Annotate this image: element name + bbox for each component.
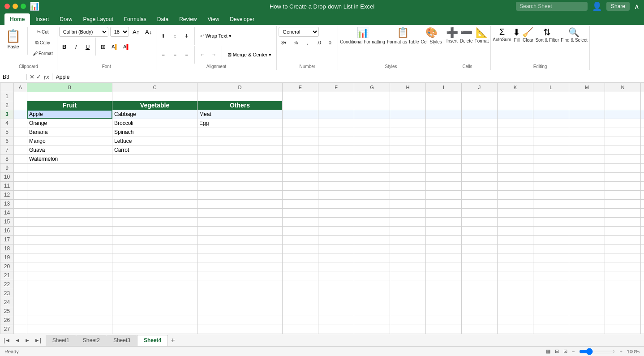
delete-cells-button[interactable]: Delete bbox=[460, 39, 473, 43]
cell-n12[interactable] bbox=[605, 190, 641, 199]
cell-o27[interactable] bbox=[641, 325, 644, 334]
cell-a1[interactable] bbox=[14, 92, 27, 101]
cell-o10[interactable] bbox=[641, 172, 644, 181]
cell-k12[interactable] bbox=[498, 190, 533, 199]
cell-o26[interactable] bbox=[641, 316, 644, 325]
cell-e6[interactable] bbox=[283, 137, 318, 146]
cell-j6[interactable] bbox=[462, 137, 498, 146]
cell-i6[interactable] bbox=[426, 137, 462, 146]
cell-o22[interactable] bbox=[641, 280, 644, 289]
cell-k15[interactable] bbox=[498, 217, 533, 226]
cell-b22[interactable] bbox=[27, 280, 112, 289]
conditional-format-button[interactable]: Conditional Formatting bbox=[340, 39, 385, 44]
find-select-button[interactable]: Find & Select bbox=[561, 38, 587, 43]
sheet-nav-first[interactable]: |◄ bbox=[2, 336, 12, 344]
cell-h18[interactable] bbox=[390, 244, 426, 253]
cell-j16[interactable] bbox=[462, 226, 498, 235]
cell-j4[interactable] bbox=[462, 119, 498, 128]
cell-d23[interactable] bbox=[197, 289, 283, 298]
cell-j10[interactable] bbox=[462, 172, 498, 181]
cell-k24[interactable] bbox=[498, 298, 533, 307]
cell-b7[interactable]: Guava bbox=[27, 146, 112, 154]
cell-i23[interactable] bbox=[426, 289, 462, 298]
cell-o2[interactable] bbox=[641, 101, 644, 110]
cell-h9[interactable] bbox=[390, 163, 426, 172]
cell-b1[interactable] bbox=[27, 92, 112, 101]
cell-d8[interactable] bbox=[197, 154, 283, 163]
cell-h24[interactable] bbox=[390, 298, 426, 307]
cell-i25[interactable] bbox=[426, 307, 462, 316]
cell-d24[interactable] bbox=[197, 298, 283, 307]
cell-k13[interactable] bbox=[498, 199, 533, 208]
cell-b14[interactable] bbox=[27, 208, 112, 217]
cell-n6[interactable] bbox=[605, 137, 641, 146]
cell-k18[interactable] bbox=[498, 244, 533, 253]
cell-l22[interactable] bbox=[533, 280, 569, 289]
cell-k4[interactable] bbox=[498, 119, 533, 128]
cell-f25[interactable] bbox=[318, 307, 354, 316]
tab-developer[interactable]: Developer bbox=[224, 13, 260, 25]
row-number-4[interactable]: 4 bbox=[0, 119, 14, 128]
cell-g8[interactable] bbox=[354, 154, 390, 163]
col-header-j[interactable]: J bbox=[462, 83, 498, 92]
font-color-button[interactable]: A▌ bbox=[121, 42, 132, 51]
cell-k10[interactable] bbox=[498, 172, 533, 181]
cell-k23[interactable] bbox=[498, 289, 533, 298]
cell-k26[interactable] bbox=[498, 316, 533, 325]
cell-d9[interactable] bbox=[197, 163, 283, 172]
sheet-nav-prev[interactable]: ◄ bbox=[13, 336, 22, 344]
col-header-d[interactable]: D bbox=[197, 83, 283, 92]
cell-i24[interactable] bbox=[426, 298, 462, 307]
cell-b15[interactable] bbox=[27, 217, 112, 226]
cell-o7[interactable] bbox=[641, 146, 644, 154]
cell-o15[interactable] bbox=[641, 217, 644, 226]
cell-i13[interactable] bbox=[426, 199, 462, 208]
cell-h5[interactable] bbox=[390, 128, 426, 137]
row-number-27[interactable]: 27 bbox=[0, 325, 14, 334]
cell-g27[interactable] bbox=[354, 325, 390, 334]
align-bottom-button[interactable]: ⬇ bbox=[181, 31, 192, 41]
row-number-3[interactable]: 3 bbox=[0, 110, 14, 119]
cell-a16[interactable] bbox=[14, 226, 27, 235]
row-number-17[interactable]: 17 bbox=[0, 235, 14, 244]
col-header-l[interactable]: L bbox=[533, 83, 569, 92]
cell-l18[interactable] bbox=[533, 244, 569, 253]
col-header-k[interactable]: K bbox=[498, 83, 533, 92]
cell-d2[interactable]: Others bbox=[197, 101, 283, 110]
cell-m12[interactable] bbox=[569, 190, 605, 199]
collapse-button[interactable]: ∧ bbox=[634, 2, 640, 11]
col-header-o[interactable]: O bbox=[641, 83, 644, 92]
bold-button[interactable]: B bbox=[59, 42, 70, 51]
cell-g3[interactable] bbox=[354, 110, 390, 119]
cell-d10[interactable] bbox=[197, 172, 283, 181]
cell-c9[interactable] bbox=[112, 163, 197, 172]
cell-e21[interactable] bbox=[283, 271, 318, 280]
cell-j18[interactable] bbox=[462, 244, 498, 253]
cell-n24[interactable] bbox=[605, 298, 641, 307]
cell-o4[interactable] bbox=[641, 119, 644, 128]
cell-e20[interactable] bbox=[283, 262, 318, 271]
cell-a27[interactable] bbox=[14, 325, 27, 334]
cell-m25[interactable] bbox=[569, 307, 605, 316]
underline-button[interactable]: U bbox=[82, 42, 93, 51]
cell-f22[interactable] bbox=[318, 280, 354, 289]
cell-h15[interactable] bbox=[390, 217, 426, 226]
cell-b20[interactable] bbox=[27, 262, 112, 271]
cell-c1[interactable] bbox=[112, 92, 197, 101]
cell-c8[interactable] bbox=[112, 154, 197, 163]
page-layout-icon[interactable]: ⊟ bbox=[555, 348, 559, 354]
cell-m22[interactable] bbox=[569, 280, 605, 289]
cell-m10[interactable] bbox=[569, 172, 605, 181]
row-number-18[interactable]: 18 bbox=[0, 244, 14, 253]
row-number-23[interactable]: 23 bbox=[0, 289, 14, 298]
cell-h12[interactable] bbox=[390, 190, 426, 199]
cell-i15[interactable] bbox=[426, 217, 462, 226]
cell-b12[interactable] bbox=[27, 190, 112, 199]
cell-b27[interactable] bbox=[27, 325, 112, 334]
cell-b5[interactable]: Banana bbox=[27, 128, 112, 137]
number-format-select[interactable]: General bbox=[279, 27, 319, 37]
cell-h17[interactable] bbox=[390, 235, 426, 244]
sheet-nav-last[interactable]: ►| bbox=[33, 336, 43, 344]
cell-j26[interactable] bbox=[462, 316, 498, 325]
font-size-decrease-button[interactable]: A↓ bbox=[143, 27, 154, 37]
